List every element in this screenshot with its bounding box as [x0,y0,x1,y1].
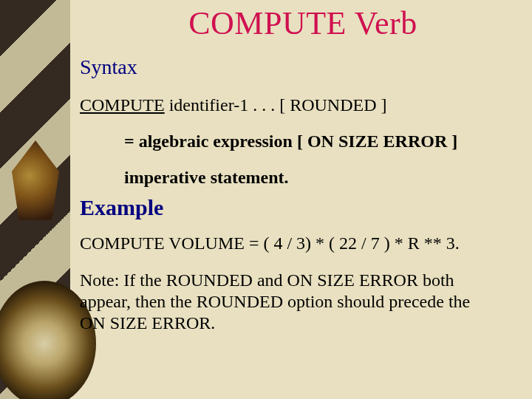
syntax-heading: Syntax [80,55,517,79]
syntax-line-1-rest: identifier-1 . . . [ ROUNDED ] [165,95,387,115]
example-heading: Example [80,195,517,220]
syntax-line-3: imperative statement. [124,168,517,188]
note-text: Note: If the ROUNDED and ON SIZE ERROR b… [80,270,494,333]
slide-title: COMPUTE Verb [74,4,532,42]
decorative-left-strip [0,0,70,399]
compute-keyword: COMPUTE [80,95,165,115]
syntax-line-1: COMPUTE identifier-1 . . . [ ROUNDED ] [80,95,517,115]
syntax-line-2: = algebraic expression [ ON SIZE ERROR ] [124,132,517,151]
example-code: COMPUTE VOLUME = ( 4 / 3) * ( 22 / 7 ) *… [80,233,517,253]
slide: COMPUTE Verb Syntax COMPUTE identifier-1… [0,0,532,399]
slide-body: Syntax COMPUTE identifier-1 . . . [ ROUN… [80,55,517,333]
